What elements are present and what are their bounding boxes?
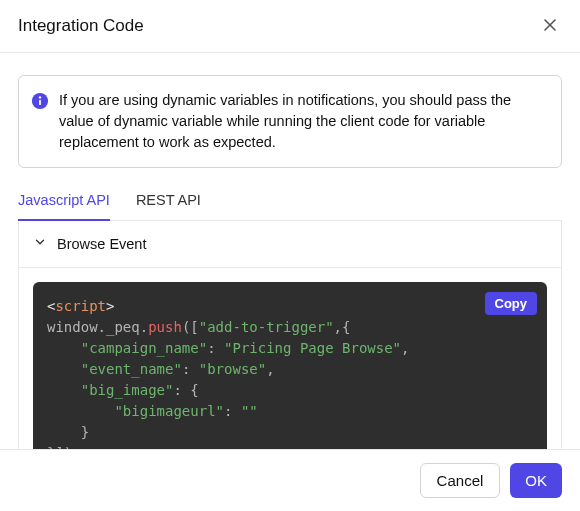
code-content: <script> window._peq.push(["add-to-trigg…	[47, 296, 533, 464]
tab-javascript-api[interactable]: Javascript API	[18, 182, 110, 220]
close-button[interactable]	[538, 14, 562, 38]
info-banner: If you are using dynamic variables in no…	[18, 75, 562, 168]
copy-button[interactable]: Copy	[485, 292, 538, 315]
info-icon	[31, 92, 49, 114]
svg-rect-4	[39, 100, 41, 105]
cancel-button[interactable]: Cancel	[420, 463, 501, 498]
section-toggle[interactable]: Browse Event	[19, 221, 561, 268]
info-text: If you are using dynamic variables in no…	[59, 90, 545, 153]
svg-point-3	[39, 96, 41, 98]
dialog-title: Integration Code	[18, 16, 144, 36]
tab-rest-api[interactable]: REST API	[136, 182, 201, 220]
tabs: Javascript API REST API	[18, 182, 562, 221]
ok-button[interactable]: OK	[510, 463, 562, 498]
close-icon	[542, 17, 558, 36]
section-title: Browse Event	[57, 236, 146, 252]
chevron-down-icon	[33, 235, 47, 253]
dialog-footer: Cancel OK	[0, 449, 580, 511]
